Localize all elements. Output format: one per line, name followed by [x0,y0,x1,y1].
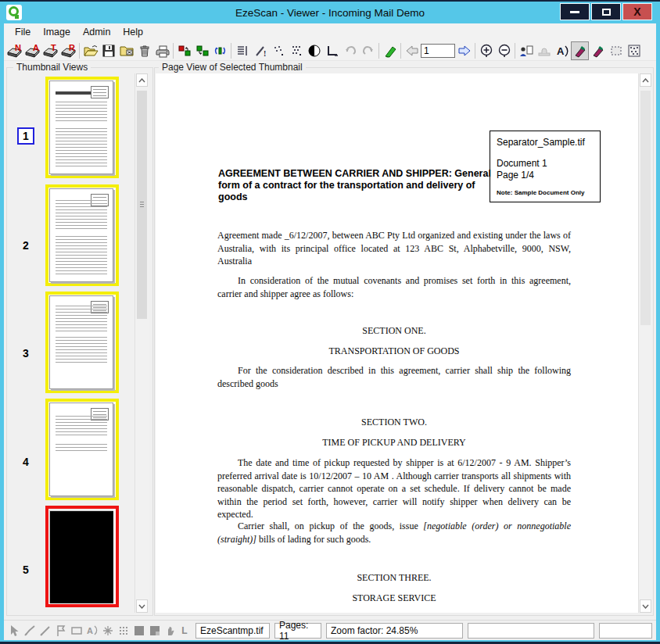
open-file-icon[interactable] [81,41,99,60]
scroll-down-icon[interactable] [136,599,148,613]
pan-hand-icon[interactable] [163,623,178,639]
pointer-tool-icon[interactable] [6,623,22,639]
doc-paragraph: Storage may be ordered by shipper at any… [217,612,571,613]
redo-icon[interactable] [359,41,377,60]
app-window: EzeScan - Viewer - Incoming Mail Demo X … [0,0,660,644]
fill-dark2-icon[interactable] [147,623,163,639]
maximize-icon [602,9,611,16]
menu-bar: File Image Admin Help [4,23,656,41]
scroll-up-icon[interactable] [640,73,651,87]
zoom-in-icon[interactable] [477,41,495,60]
maximize-button[interactable] [591,3,621,20]
despeckle-icon[interactable] [269,41,287,60]
zoom-out-icon[interactable] [495,41,513,60]
doc-paragraph: For the consideration described in this … [217,364,571,390]
noise-pattern-icon[interactable] [625,41,643,60]
save-file-icon[interactable] [99,41,117,60]
menu-admin[interactable]: Admin [77,24,117,40]
prev-page-icon[interactable] [403,41,421,60]
grid-tool-icon[interactable] [116,623,131,639]
title-bar: EzeScan - Viewer - Incoming Mail Demo X [0,2,660,23]
page-move-right-icon[interactable] [193,41,211,60]
delete-file-icon[interactable] [117,41,135,60]
svg-text:A: A [557,45,565,57]
thumbnail-page-2[interactable] [45,184,119,286]
page-move-left-icon[interactable] [175,41,193,60]
pen-tool-icon[interactable] [22,623,38,639]
scan-r-icon[interactable]: R [59,41,77,60]
print-icon[interactable] [153,41,171,60]
doc-paragraph: In consideration of the mutual covenants… [217,274,571,300]
thumbnail-page-3[interactable] [45,292,119,393]
separator-page: Page 1/4 [497,170,594,181]
thumbnail-panel-title: Thumbnail Views [13,62,91,73]
status-field-empty [599,623,652,639]
svg-text:N: N [15,43,21,52]
close-button[interactable]: X [622,3,652,20]
noise-tool-icon[interactable] [100,623,116,639]
rotate-page-icon[interactable] [211,41,229,60]
doc-section-subtitle: TRANSPORTATION OF GOODS [217,345,571,358]
thumbnail-number: 3 [13,347,38,360]
page-view-panel-title: Page View of Selected Thumbnail [159,62,306,73]
text-tool-icon[interactable]: A [84,623,100,639]
next-page-icon[interactable] [455,41,473,60]
scan-a-icon[interactable]: A [23,41,41,60]
status-filename: EzeScantmp.tif [195,623,270,639]
thumbnail-number: 2 [13,239,38,252]
text-annotation-icon[interactable]: A [553,41,571,60]
flag-tool-icon[interactable] [53,623,69,639]
thumbnail-scrollbar[interactable] [135,73,149,613]
trash-icon[interactable] [135,41,153,60]
status-bar: A L EzeScantmp.tif Pages: 11 Zoom factor… [4,620,656,640]
svg-text:R: R [69,43,75,52]
scan-t-icon[interactable]: T [41,41,59,60]
separator-note: Note: Sample Document Only [497,189,594,196]
separator-box: Separator_Sample.tif Document 1 Page 1/4… [490,131,601,202]
menu-help[interactable]: Help [117,24,149,40]
menu-image[interactable]: Image [37,24,77,40]
thumbnail-page-5[interactable] [45,506,119,607]
fill-dark-icon[interactable] [131,623,147,639]
remove-lines-icon[interactable] [233,41,251,60]
marker-pen-icon[interactable] [589,41,607,60]
thumbnail-number: 5 [13,564,38,576]
doc-section-title: SECTION THREE. [217,571,571,585]
menu-file[interactable]: File [9,24,37,40]
document-page[interactable]: AGREEMENT BETWEEN CARRIER AND SHIPPER: G… [156,73,638,613]
doc-section-title: SECTION TWO. [217,416,571,429]
svg-text:T: T [51,43,56,52]
doc-section-subtitle: TIME OF PICKUP AND DELIVERY [217,436,571,449]
rect-tool-icon[interactable] [69,623,84,639]
stamp-icon[interactable] [535,41,553,60]
scroll-up-icon[interactable] [136,73,148,87]
selection-rect-icon[interactable] [607,41,625,60]
thumbnail-page-4[interactable] [45,399,119,500]
green-pen-icon[interactable] [381,41,399,60]
doc-paragraph: Carrier shall, on pickup of the goods, i… [217,520,571,546]
scrollbar-thumb[interactable] [640,91,651,325]
doc-paragraph: Agreement made _6/12/2007, between ABC P… [217,229,571,268]
user-document-icon[interactable] [517,41,535,60]
marker-pen-active-icon[interactable] [571,41,589,60]
svg-text:!: ! [264,49,266,58]
undo-icon[interactable] [341,41,359,60]
scan-n-icon[interactable]: N [5,41,23,60]
separator-filename: Separator_Sample.tif [497,137,594,148]
line-tool-icon[interactable] [38,623,53,639]
page-view-panel: AGREEMENT BETWEEN CARRIER AND SHIPPER: G… [154,67,654,616]
scroll-down-icon[interactable] [640,599,651,613]
minimize-icon [570,11,579,13]
deskew-icon[interactable]: ! [251,41,269,60]
despeckle-all-icon[interactable] [287,41,305,60]
invert-icon[interactable] [305,41,323,60]
minimize-button[interactable] [560,3,590,20]
page-number-input[interactable] [421,44,455,58]
thumbnail-page-1[interactable] [45,77,119,178]
status-zoom-factor: Zoom factor: 24.85% [326,623,463,639]
main-toolbar: N A T R ! A [4,41,656,61]
scrollbar-thumb[interactable] [137,91,147,319]
page-view-scrollbar[interactable] [638,73,652,613]
crop-icon[interactable] [323,41,341,60]
svg-text:A: A [33,43,39,52]
